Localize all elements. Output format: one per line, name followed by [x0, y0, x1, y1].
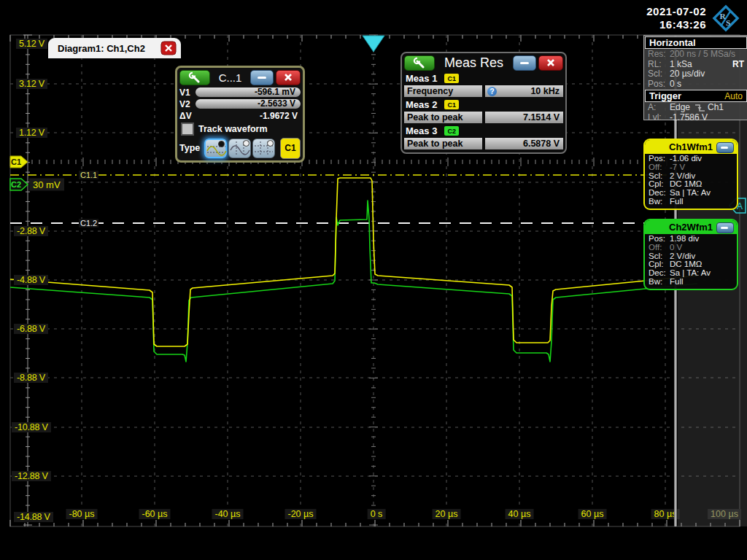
ch1-panel-minimize-button[interactable] [716, 142, 734, 153]
close-icon [546, 58, 556, 67]
ch2-waveform-panel[interactable]: Ch2Wfm1 Pos:1.98 div Off:0 V Scl:2 V/div… [643, 219, 738, 290]
meas-settings-button[interactable] [404, 55, 435, 71]
svg-text:S: S [726, 18, 730, 27]
position-row: Pos:0 s [644, 79, 747, 90]
cursor-dialog-close-button[interactable] [276, 70, 301, 85]
meas2-result-row: Peak to peak 7.1514 V [404, 112, 563, 123]
type-label: Type [179, 143, 204, 153]
cursor-dialog-titlebar[interactable]: C...1 [179, 69, 301, 85]
x-axis-label: -40 µs [212, 509, 244, 519]
trigger-position-marker[interactable] [363, 36, 384, 52]
horizontal-section-header[interactable]: Horizontal [645, 36, 747, 49]
ch1-zero-marker[interactable]: C1 [10, 156, 28, 168]
ch2-off-row: Off:0 V [649, 244, 733, 252]
gridlines [10, 35, 740, 526]
date-display: 2021-07-02 [646, 5, 706, 18]
x-axis-label: -60 µs [139, 509, 171, 519]
cursor-dialog-title: C...1 [210, 71, 250, 84]
record-length-row: RL:1 kSa RT [644, 60, 747, 70]
cursor-v2-value[interactable]: -2.5633 V [196, 99, 301, 109]
cursor-type-row: Type [179, 137, 301, 159]
meas1-result-row: Frequency ? 10 kHz [404, 85, 563, 97]
meas1-source-badge: C1 [444, 74, 459, 83]
ch1-waveform-panel[interactable]: Ch1Wfm1 Pos:-1.06 div Off:-7 V Scl:2 V/d… [643, 139, 738, 210]
radio-unselected [267, 140, 274, 147]
datetime-display: 2021-07-02 16:43:26 [646, 5, 706, 31]
trigger-title: Trigger [649, 90, 681, 101]
rohde-schwarz-logo: R S [712, 4, 740, 32]
close-icon [283, 73, 293, 82]
x-axis-label: 0 s [368, 509, 386, 519]
cursor-dv-value: -1.9672 V [196, 111, 301, 121]
cursor-results-dialog[interactable]: C...1 V1 -596.1 mV V2 -2.5633 V ΔV -1.96… [175, 66, 305, 163]
ch1-waveform-trace [10, 178, 697, 346]
ch2-panel-header[interactable]: Ch2Wfm1 [645, 220, 737, 234]
diagram-tab-close-button[interactable] [160, 41, 177, 55]
measurement-results-dialog[interactable]: Meas Res Meas 1 C1 Frequency ? 10 kHz Me… [400, 52, 567, 154]
y-axis-label: 5.12 V [16, 39, 47, 49]
x-axis-label: 20 µs [433, 509, 461, 519]
y-axis-label: -8.88 V [14, 373, 48, 383]
y-axis-label: -10.88 V [12, 422, 51, 432]
svg-text:C1: C1 [11, 158, 21, 166]
meas-dialog-titlebar[interactable]: Meas Res [404, 55, 563, 71]
diagram-tab[interactable]: Diagram1: Ch1,Ch2 [48, 38, 181, 58]
help-icon[interactable]: ? [487, 87, 497, 96]
ch2-panel-minimize-button[interactable] [716, 222, 734, 233]
y-axis-label: -4.88 V [14, 275, 48, 285]
grid-border [10, 35, 740, 526]
ch2-bw-row: Bw:Full [649, 278, 733, 287]
cursor-type-vertical-button[interactable] [228, 139, 251, 158]
ch2-zero-marker[interactable]: C2 [10, 179, 28, 190]
ch2-level-value: 30 mV [29, 179, 64, 191]
meas-dialog-minimize-button[interactable] [513, 55, 536, 71]
cursor-dv-row: ΔV -1.9672 V [179, 110, 301, 121]
meas3-source-badge: C2 [444, 126, 459, 136]
radio-selected [218, 141, 225, 147]
waveform-diagram: C1 C2 [0, 0, 747, 560]
ch2-panel-title: Ch2Wfm1 [669, 222, 713, 233]
cursor-v2-row: V2 -2.5633 V [179, 98, 301, 109]
track-waveform-row[interactable]: Track waveform [179, 122, 301, 136]
wrench-icon [188, 71, 201, 83]
cursor-type-both-button[interactable] [252, 139, 275, 158]
wrench-icon [413, 57, 426, 69]
cursor-v1-value[interactable]: -596.1 mV [196, 88, 301, 97]
cursor-source-button[interactable]: C1 [280, 138, 301, 159]
cursor-type-horizontal-button[interactable] [204, 139, 227, 158]
meas-dialog-close-button[interactable] [538, 55, 563, 71]
x-axis-label: -80 µs [66, 509, 98, 519]
ch1-panel-header[interactable]: Ch1Wfm1 [645, 140, 737, 154]
ch1-panel-title: Ch1Wfm1 [669, 141, 713, 152]
diagram-tab-title: Diagram1: Ch1,Ch2 [58, 43, 160, 54]
ch1-bw-row: Bw:Full [649, 198, 733, 206]
trigger-source: Ch1 [708, 103, 724, 113]
horizontal-title: Horizontal [649, 37, 696, 48]
trigger-section-header[interactable]: Trigger Auto [645, 90, 747, 102]
x-axis-label: 40 µs [506, 509, 534, 519]
radio-unselected [243, 140, 249, 147]
track-waveform-label: Track waveform [198, 124, 268, 134]
oscilloscope-screen: C1 C2 5.12 V 3.12 V 1.12 V -2.88 V -4.88… [0, 0, 747, 560]
meas2-label-row: Meas 2 C1 [404, 98, 563, 111]
svg-text:C2: C2 [11, 180, 21, 189]
time-display: 16:43:26 [646, 18, 706, 31]
meas-dialog-title: Meas Res [435, 55, 513, 71]
meas2-source-badge: C1 [444, 100, 459, 109]
x-axis-label: -20 µs [285, 509, 317, 519]
cursor-settings-button[interactable] [179, 70, 210, 85]
trigger-a-row: A: Edge Ch1 [644, 103, 747, 113]
trigger-level-row: Lvl:-1.7586 V [644, 113, 747, 123]
y-axis-label: -6.88 V [14, 324, 48, 334]
realtime-badge: RT [732, 60, 744, 70]
meas3-result-row: Peak to peak 6.5878 V [404, 138, 563, 149]
meas3-label-row: Meas 3 C2 [404, 125, 563, 137]
x-axis-label: 60 µs [578, 509, 607, 519]
cursor-dialog-minimize-button[interactable] [250, 70, 274, 85]
track-waveform-checkbox[interactable] [181, 122, 194, 136]
acquisition-panel[interactable]: Horizontal Res:200 ns / 5 MSa/s RL:1 kSa… [643, 35, 747, 120]
y-axis-label: 1.12 V [16, 128, 47, 138]
meas1-label-row: Meas 1 C1 [404, 72, 563, 85]
cursor-v1-row: V1 -596.1 mV [179, 87, 301, 98]
y-axis-label: -14.88 V [14, 512, 53, 522]
